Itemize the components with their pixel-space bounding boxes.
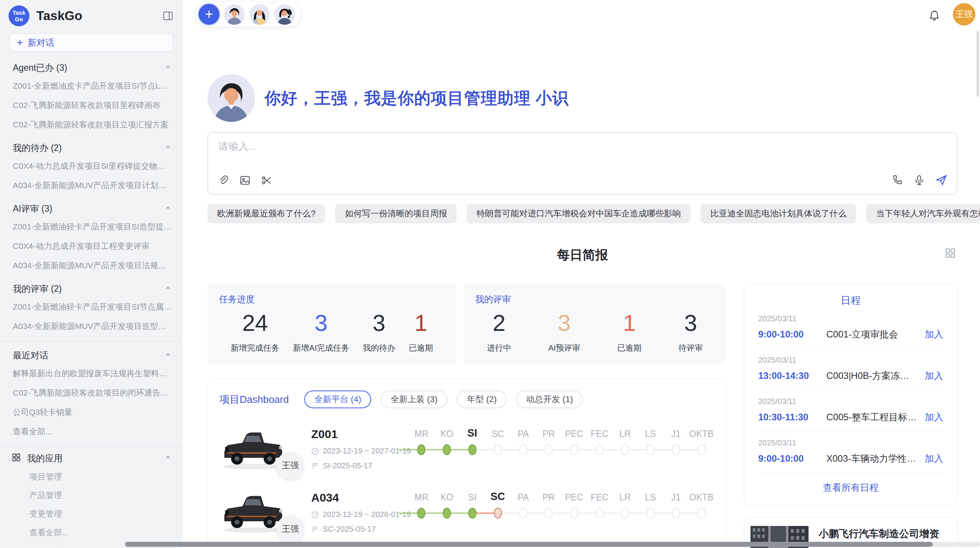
sidebar-section-header[interactable]: AI评审 (3) [0, 195, 183, 217]
recent-header[interactable]: 最近对话 [0, 342, 183, 364]
milestone-dot [646, 444, 654, 455]
suggestion-chip[interactable]: 特朗普可能对进口汽车增税会对中国车企造成哪些影响 [467, 204, 690, 223]
recent-conversation-item[interactable]: C02-飞腾新能源轻客改款项目的闭环通告反馈情况 [0, 383, 183, 402]
milestone-dot [697, 444, 706, 455]
milestone-track: MRKOSISCPAPRPECFECLRLSJ1OKTB [409, 490, 714, 520]
suggestion-chips: 欧洲新规最近颁布了什么?如何写一份清晰的项目周报特朗普可能对进口汽车增税会对中国… [207, 204, 958, 223]
user-avatar[interactable]: 王强 [953, 3, 975, 26]
schedule-item: 2025/03/1113:00-14:30C003|H0B-方案冻结评审加入 [758, 349, 943, 390]
milestone-label: MR [415, 490, 428, 507]
attachment-icon[interactable] [218, 175, 229, 188]
sidebar-section-header[interactable]: 我的评审 (2) [0, 275, 183, 297]
recent-conversation-item[interactable]: 解释最新出台的欧盟报废车法规再生塑料比例被调至15%... [0, 364, 183, 383]
send-icon[interactable] [935, 174, 947, 188]
milestone: MR [409, 490, 434, 520]
project-dates-text: 2023-12-19 ~ 2027-01-19 [323, 447, 411, 456]
sidebar-section-header[interactable]: Agent已办 (3) [0, 54, 183, 76]
sidebar-task-item[interactable]: Z001-全新燃油轻卡产品开发项目SI造型提交物评审 [0, 217, 183, 236]
chevron-up-icon[interactable] [163, 63, 173, 74]
layout-grid-icon[interactable] [944, 247, 956, 260]
collapse-sidebar-icon[interactable] [161, 9, 175, 23]
my-app-item[interactable]: 变更管理 [0, 505, 183, 523]
schedule-time: 10:30-11:30 [758, 412, 826, 423]
sidebar-task-item[interactable]: C0X4-动力总成开发项目SI里程碑提交物检查 [0, 156, 183, 176]
project-filters: 全新平台 (4)全新上装 (3)年型 (2)动总开发 (1) [304, 390, 583, 408]
sidebar-task-item[interactable]: C02-飞腾新能源轻客改款项目立项汇报方案 [0, 115, 183, 134]
stat-columns: 2进行中3AI预评审1已逾期3待评审 [475, 308, 714, 353]
my-app-item[interactable]: 查看全部... [0, 523, 183, 542]
avatar[interactable] [224, 4, 245, 25]
new-chat-button[interactable]: + 新对话 [9, 33, 173, 52]
truck-image: 王强 [219, 426, 287, 472]
join-meeting-link[interactable]: 加入 [925, 328, 943, 341]
notifications-bell-icon[interactable] [928, 9, 941, 23]
milestone-dot [672, 444, 680, 455]
chat-input[interactable] [218, 140, 947, 169]
greeting-text: 你好，王强，我是你的项目管理助理 小识 [264, 87, 569, 109]
sidebar-section-header[interactable]: 我的待办 (2) [0, 134, 183, 156]
horizontal-scrollbar-thumb[interactable] [125, 542, 933, 547]
stat-item: 3待评审 [678, 308, 703, 353]
join-meeting-link[interactable]: 加入 [925, 452, 943, 465]
chevron-up-icon[interactable] [163, 453, 173, 464]
project-owner-badge[interactable]: 王强 [276, 515, 304, 543]
sidebar-header: Task Go TaskGo [0, 0, 183, 30]
sidebar-task-item[interactable]: A034-全新新能源MUV产品开发项目计划变更表编写 [0, 176, 183, 195]
milestone-dot [621, 508, 629, 519]
project-dashboard-title: 项目Dashboard [219, 393, 289, 406]
sidebar-task-item[interactable]: Z001-全新燃油轻卡产品开发项目SI节点属性5D文件评审 [0, 297, 183, 317]
horizontal-scrollbar-track[interactable] [125, 542, 980, 547]
phone-icon[interactable] [892, 174, 903, 187]
milestone-label: PEC [565, 427, 583, 443]
project-owner-badge[interactable]: 王强 [276, 452, 304, 480]
suggestion-chip[interactable]: 欧洲新规最近颁布了什么? [207, 204, 325, 223]
filter-pill[interactable]: 动总开发 (1) [516, 390, 583, 408]
my-app-item[interactable]: 产品管理 [0, 486, 183, 505]
sidebar-task-item[interactable]: C0X4-动力总成开发项目工程变更评审 [0, 236, 183, 256]
chevron-up-icon[interactable] [163, 143, 173, 154]
milestone-track: MRKOSISCPAPRPECFECLRLSJ1OKTB [409, 427, 714, 456]
my-app-item[interactable]: 项目管理 [0, 468, 183, 486]
filter-pill[interactable]: 年型 (2) [457, 390, 507, 408]
join-meeting-link[interactable]: 加入 [925, 411, 943, 423]
microphone-icon[interactable] [913, 174, 925, 187]
suggestion-chip[interactable]: 当下年轻人对汽车外观有怎样的喜好趋势 [866, 204, 980, 223]
vertical-scrollbar[interactable] [977, 31, 979, 97]
truck-image: 王强 [219, 490, 287, 535]
schedule-date: 2025/03/11 [758, 438, 943, 448]
milestone: SC [485, 427, 511, 456]
sidebar-task-item[interactable]: Z001-全新燃油皮卡产品开发项目SI节点Lesson Learn报告 [0, 76, 183, 96]
image-icon[interactable] [239, 175, 251, 188]
view-all-link[interactable]: 查看全部... [0, 422, 183, 441]
avatar[interactable] [249, 4, 270, 25]
stat-label: 进行中 [487, 342, 511, 353]
chevron-up-icon[interactable] [163, 284, 173, 295]
scissors-icon[interactable] [261, 175, 272, 188]
join-meeting-link[interactable]: 加入 [925, 370, 943, 382]
sidebar-task-item[interactable]: C02-飞腾新能源轻客改款项目里程碑画布 [0, 96, 183, 115]
milestone-label: SC [492, 427, 504, 443]
chevron-up-icon[interactable] [163, 204, 173, 214]
sidebar-task-item[interactable]: A034-全新新能源MUV产品开发项目法规符合性评审 [0, 256, 183, 275]
milestone-label: J1 [671, 427, 680, 443]
recent-conversation-item[interactable]: 公司Q3轻卡销量 [0, 402, 183, 422]
filter-pill[interactable]: 全新平台 (4) [304, 390, 371, 408]
cloud-space-label: 我的云空间 [27, 546, 72, 548]
logo-text-bottom: Go [15, 16, 23, 22]
stats-cards: 任务进度24新增完成任务3新增AI完成任务3我的待办1已逾期我的评审2进行中3A… [207, 283, 726, 365]
schedule-time: 9:00-10:00 [758, 453, 826, 464]
suggestion-chip[interactable]: 如何写一份清晰的项目周报 [335, 204, 457, 223]
user-name: 王强 [956, 9, 973, 20]
view-all-schedule-link[interactable]: 查看所有日程 [758, 473, 943, 497]
suggestion-chip[interactable]: 比亚迪全固态电池计划具体说了什么 [701, 204, 856, 223]
avatar[interactable] [274, 4, 295, 25]
my-apps-label: 我的应用 [27, 452, 157, 464]
milestone-dot [596, 508, 604, 519]
stat-item: 1已逾期 [409, 308, 433, 353]
filter-pill[interactable]: 全新上装 (3) [380, 390, 447, 408]
chevron-up-icon[interactable] [163, 350, 173, 361]
project-flag-text: SI-2025-05-17 [323, 461, 372, 470]
sidebar-task-item[interactable]: A034-全新新能源MUV产品开发项目造型可行性评审 [0, 317, 183, 336]
add-agent-button[interactable]: + [199, 4, 219, 25]
sidebar-item-my-apps[interactable]: 我的应用 [0, 447, 183, 468]
